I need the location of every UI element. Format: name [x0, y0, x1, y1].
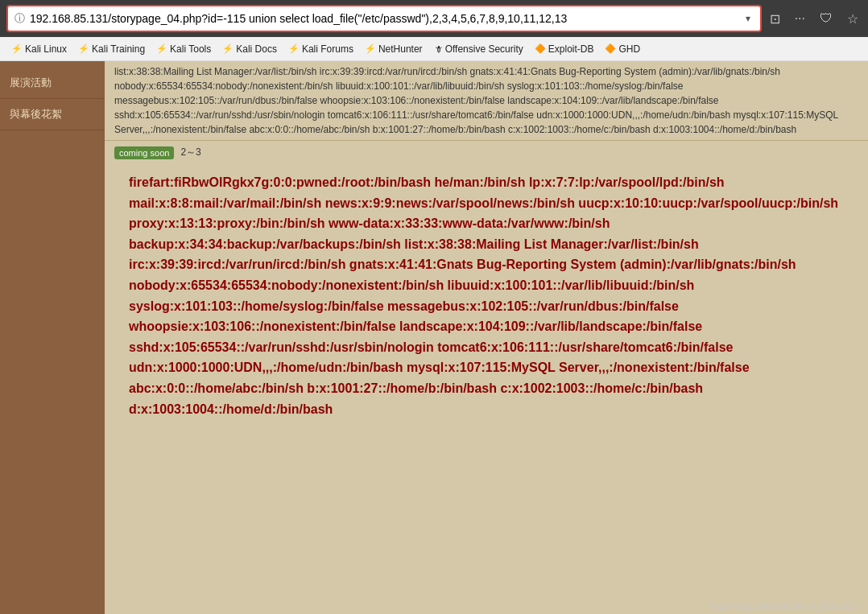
sidebar-item-events[interactable]: 展演活動: [0, 68, 105, 99]
offensive-security-label: Offensive Security: [445, 43, 523, 55]
exploit-db-icon: 🔶: [535, 43, 546, 54]
browser-chrome: ⓘ 192.168.85.131/storypage_04.php?id=-11…: [0, 0, 868, 61]
watermark: https://blog.csdn.net/weixin_45116657: [709, 601, 860, 611]
bookmark-nethunter[interactable]: ⚡ NetHunter: [360, 42, 428, 56]
passwd-content: firefart:fiRbwOlRgkx7g:0:0:pwned:/root:/…: [105, 164, 868, 427]
kali-docs-icon: ⚡: [222, 43, 234, 54]
info-icon: ⓘ: [14, 11, 25, 26]
bookmark-kali-training[interactable]: ⚡ Kali Training: [73, 42, 150, 56]
bookmark-star-button[interactable]: ☆: [844, 10, 862, 28]
ghd-label: GHD: [618, 43, 640, 55]
main-menu-button[interactable]: ···: [792, 10, 808, 27]
bookmark-offensive-security[interactable]: 🗡 Offensive Security: [429, 42, 528, 56]
browser-icons: ⊡ ··· 🛡 ☆: [767, 10, 862, 28]
ghd-icon: 🔶: [605, 43, 616, 54]
coming-soon-badge: coming soon: [114, 146, 174, 159]
address-bar[interactable]: ⓘ 192.168.85.131/storypage_04.php?id=-11…: [6, 5, 762, 32]
address-dropdown-button[interactable]: ▾: [742, 13, 754, 24]
url-text: 192.168.85.131/storypage_04.php?id=-115 …: [30, 12, 742, 25]
bookmark-kali-forums[interactable]: ⚡ Kali Forums: [283, 42, 358, 56]
bookmark-exploit-db[interactable]: 🔶 Exploit-DB: [530, 42, 599, 56]
nethunter-label: NetHunter: [378, 43, 423, 55]
shield-button[interactable]: 🛡: [816, 10, 836, 27]
sidebar-item-backstage[interactable]: 與幕後花絮: [0, 99, 105, 130]
offensive-security-icon: 🗡: [434, 44, 443, 54]
bookmark-kali-tools[interactable]: ⚡ Kali Tools: [151, 42, 216, 56]
kali-linux-icon: ⚡: [11, 43, 23, 54]
kali-docs-label: Kali Docs: [236, 43, 277, 55]
main-content: list:x:38:38:Mailing List Manager:/var/l…: [105, 61, 868, 614]
kali-tools-icon: ⚡: [156, 43, 167, 54]
page-layout: 展演活動 與幕後花絮 list:x:38:38:Mailing List Man…: [0, 61, 868, 614]
nethunter-icon: ⚡: [365, 43, 376, 54]
bookmark-ghd[interactable]: 🔶 GHD: [600, 42, 645, 56]
kali-training-icon: ⚡: [78, 43, 89, 54]
top-text-area: list:x:38:38:Mailing List Manager:/var/l…: [105, 61, 868, 141]
kali-tools-label: Kali Tools: [170, 43, 211, 55]
bookmark-kali-linux[interactable]: ⚡ Kali Linux: [6, 42, 72, 56]
kali-linux-label: Kali Linux: [25, 43, 67, 55]
page-menu-button[interactable]: ⊡: [767, 10, 783, 28]
top-text-content: list:x:38:38:Mailing List Manager:/var/l…: [114, 66, 838, 135]
page-range: 2～3: [180, 146, 200, 159]
kali-forums-label: Kali Forums: [302, 43, 353, 55]
address-bar-row: ⓘ 192.168.85.131/storypage_04.php?id=-11…: [0, 0, 868, 37]
exploit-db-label: Exploit-DB: [548, 43, 594, 55]
sidebar-item-events-label: 展演活動: [10, 76, 52, 89]
coming-soon-row: coming soon 2～3: [105, 141, 868, 164]
sidebar-item-backstage-label: 與幕後花絮: [10, 108, 62, 120]
bookmarks-bar: ⚡ Kali Linux ⚡ Kali Training ⚡ Kali Tool…: [0, 37, 868, 61]
bookmark-kali-docs[interactable]: ⚡ Kali Docs: [217, 42, 282, 56]
kali-forums-icon: ⚡: [288, 43, 300, 54]
sidebar: 展演活動 與幕後花絮: [0, 61, 105, 614]
passwd-text: firefart:fiRbwOlRgkx7g:0:0:pwned:/root:/…: [129, 175, 838, 416]
kali-training-label: Kali Training: [92, 43, 145, 55]
